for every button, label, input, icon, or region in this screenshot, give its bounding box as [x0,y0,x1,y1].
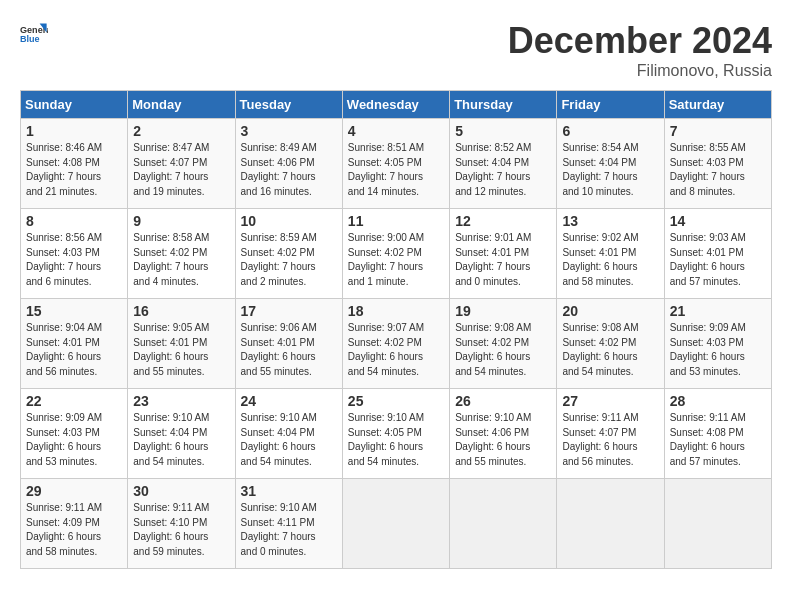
daylight-text: Daylight: 6 hours and 54 minutes. [455,350,551,379]
sunset-text: Sunset: 4:02 PM [348,336,444,351]
col-friday: Friday [557,91,664,119]
day-number: 3 [241,123,337,139]
day-number: 12 [455,213,551,229]
daylight-text: Daylight: 6 hours and 54 minutes. [348,440,444,469]
calendar-cell: 19Sunrise: 9:08 AMSunset: 4:02 PMDayligh… [450,299,557,389]
day-info: Sunrise: 9:08 AMSunset: 4:02 PMDaylight:… [562,321,658,379]
calendar-cell: 8Sunrise: 8:56 AMSunset: 4:03 PMDaylight… [21,209,128,299]
calendar-cell: 28Sunrise: 9:11 AMSunset: 4:08 PMDayligh… [664,389,771,479]
calendar-cell: 26Sunrise: 9:10 AMSunset: 4:06 PMDayligh… [450,389,557,479]
day-info: Sunrise: 9:11 AMSunset: 4:07 PMDaylight:… [562,411,658,469]
table-row: 1Sunrise: 8:46 AMSunset: 4:08 PMDaylight… [21,119,772,209]
sunrise-text: Sunrise: 9:08 AM [562,321,658,336]
calendar-cell: 12Sunrise: 9:01 AMSunset: 4:01 PMDayligh… [450,209,557,299]
daylight-text: Daylight: 6 hours and 57 minutes. [670,260,766,289]
title-area: December 2024 Filimonovo, Russia [508,20,772,80]
col-tuesday: Tuesday [235,91,342,119]
day-number: 11 [348,213,444,229]
sunrise-text: Sunrise: 8:58 AM [133,231,229,246]
day-info: Sunrise: 8:52 AMSunset: 4:04 PMDaylight:… [455,141,551,199]
calendar-cell: 29Sunrise: 9:11 AMSunset: 4:09 PMDayligh… [21,479,128,569]
day-info: Sunrise: 8:51 AMSunset: 4:05 PMDaylight:… [348,141,444,199]
day-info: Sunrise: 9:01 AMSunset: 4:01 PMDaylight:… [455,231,551,289]
calendar-cell [664,479,771,569]
sunset-text: Sunset: 4:02 PM [562,336,658,351]
day-number: 7 [670,123,766,139]
sunset-text: Sunset: 4:08 PM [26,156,122,171]
sunset-text: Sunset: 4:03 PM [670,156,766,171]
col-thursday: Thursday [450,91,557,119]
day-number: 24 [241,393,337,409]
daylight-text: Daylight: 6 hours and 56 minutes. [562,440,658,469]
sunrise-text: Sunrise: 9:10 AM [348,411,444,426]
sunset-text: Sunset: 4:06 PM [241,156,337,171]
sunrise-text: Sunrise: 9:02 AM [562,231,658,246]
calendar-cell: 7Sunrise: 8:55 AMSunset: 4:03 PMDaylight… [664,119,771,209]
day-number: 29 [26,483,122,499]
day-number: 18 [348,303,444,319]
sunrise-text: Sunrise: 9:09 AM [670,321,766,336]
sunset-text: Sunset: 4:07 PM [133,156,229,171]
sunset-text: Sunset: 4:02 PM [241,246,337,261]
daylight-text: Daylight: 7 hours and 0 minutes. [241,530,337,559]
day-info: Sunrise: 9:06 AMSunset: 4:01 PMDaylight:… [241,321,337,379]
calendar-cell [342,479,449,569]
day-number: 25 [348,393,444,409]
day-info: Sunrise: 9:03 AMSunset: 4:01 PMDaylight:… [670,231,766,289]
day-info: Sunrise: 9:02 AMSunset: 4:01 PMDaylight:… [562,231,658,289]
sunset-text: Sunset: 4:07 PM [562,426,658,441]
sunset-text: Sunset: 4:02 PM [455,336,551,351]
calendar-table: Sunday Monday Tuesday Wednesday Thursday… [20,90,772,569]
calendar-cell: 11Sunrise: 9:00 AMSunset: 4:02 PMDayligh… [342,209,449,299]
sunrise-text: Sunrise: 9:10 AM [241,411,337,426]
daylight-text: Daylight: 7 hours and 1 minute. [348,260,444,289]
day-info: Sunrise: 9:08 AMSunset: 4:02 PMDaylight:… [455,321,551,379]
day-info: Sunrise: 9:11 AMSunset: 4:08 PMDaylight:… [670,411,766,469]
daylight-text: Daylight: 7 hours and 2 minutes. [241,260,337,289]
sunrise-text: Sunrise: 9:11 AM [26,501,122,516]
daylight-text: Daylight: 7 hours and 16 minutes. [241,170,337,199]
day-number: 13 [562,213,658,229]
daylight-text: Daylight: 6 hours and 58 minutes. [26,530,122,559]
sunrise-text: Sunrise: 9:09 AM [26,411,122,426]
calendar-cell: 6Sunrise: 8:54 AMSunset: 4:04 PMDaylight… [557,119,664,209]
daylight-text: Daylight: 7 hours and 10 minutes. [562,170,658,199]
day-number: 6 [562,123,658,139]
sunrise-text: Sunrise: 9:00 AM [348,231,444,246]
sunset-text: Sunset: 4:01 PM [670,246,766,261]
table-row: 29Sunrise: 9:11 AMSunset: 4:09 PMDayligh… [21,479,772,569]
day-info: Sunrise: 9:04 AMSunset: 4:01 PMDaylight:… [26,321,122,379]
daylight-text: Daylight: 6 hours and 53 minutes. [26,440,122,469]
calendar-cell: 25Sunrise: 9:10 AMSunset: 4:05 PMDayligh… [342,389,449,479]
location-title: Filimonovo, Russia [508,62,772,80]
day-info: Sunrise: 8:54 AMSunset: 4:04 PMDaylight:… [562,141,658,199]
daylight-text: Daylight: 6 hours and 53 minutes. [670,350,766,379]
day-number: 5 [455,123,551,139]
day-info: Sunrise: 8:47 AMSunset: 4:07 PMDaylight:… [133,141,229,199]
daylight-text: Daylight: 7 hours and 19 minutes. [133,170,229,199]
sunset-text: Sunset: 4:03 PM [26,246,122,261]
daylight-text: Daylight: 7 hours and 4 minutes. [133,260,229,289]
day-info: Sunrise: 9:10 AMSunset: 4:04 PMDaylight:… [133,411,229,469]
calendar-cell: 16Sunrise: 9:05 AMSunset: 4:01 PMDayligh… [128,299,235,389]
calendar-cell: 23Sunrise: 9:10 AMSunset: 4:04 PMDayligh… [128,389,235,479]
daylight-text: Daylight: 6 hours and 58 minutes. [562,260,658,289]
calendar-cell: 5Sunrise: 8:52 AMSunset: 4:04 PMDaylight… [450,119,557,209]
col-wednesday: Wednesday [342,91,449,119]
calendar-cell: 4Sunrise: 8:51 AMSunset: 4:05 PMDaylight… [342,119,449,209]
sunrise-text: Sunrise: 9:07 AM [348,321,444,336]
sunrise-text: Sunrise: 9:10 AM [133,411,229,426]
sunset-text: Sunset: 4:04 PM [562,156,658,171]
daylight-text: Daylight: 6 hours and 55 minutes. [241,350,337,379]
sunset-text: Sunset: 4:08 PM [670,426,766,441]
sunrise-text: Sunrise: 8:49 AM [241,141,337,156]
logo-icon: General Blue [20,20,48,48]
daylight-text: Daylight: 7 hours and 6 minutes. [26,260,122,289]
sunrise-text: Sunrise: 9:03 AM [670,231,766,246]
sunrise-text: Sunrise: 9:11 AM [133,501,229,516]
day-number: 28 [670,393,766,409]
page-header: General Blue December 2024 Filimonovo, R… [20,20,772,80]
sunrise-text: Sunrise: 9:04 AM [26,321,122,336]
header-row: Sunday Monday Tuesday Wednesday Thursday… [21,91,772,119]
daylight-text: Daylight: 6 hours and 54 minutes. [562,350,658,379]
